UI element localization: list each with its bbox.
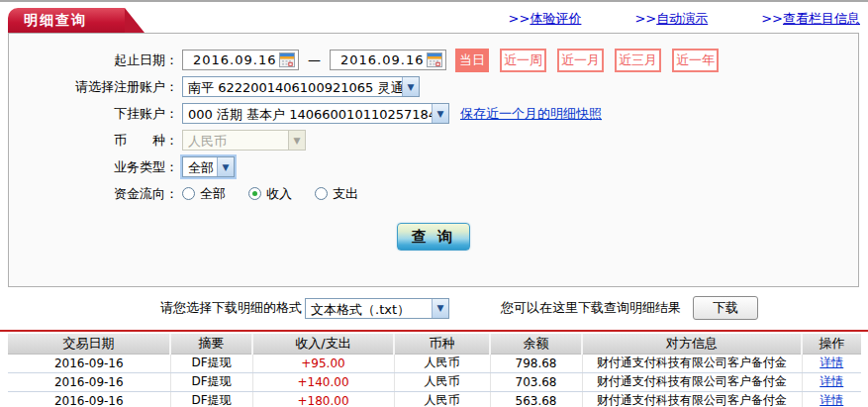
calendar-icon[interactable]: [279, 52, 295, 67]
cell-date: 2016-09-16: [8, 391, 170, 407]
cell-date: 2016-09-16: [8, 372, 170, 391]
query-form-panel: 起止日期： 2016.09.16 —: [8, 33, 859, 287]
account-row: 请选择注册账户： 南平 6222001406100921065 灵通卡 ▼: [9, 73, 858, 100]
table-header-row: 交易日期摘要收入/支出币种余额对方信息操作: [8, 334, 861, 354]
sub-account-label: 下挂账户：: [9, 105, 182, 123]
link-arrows: >>: [634, 11, 656, 26]
link-arrows: >>: [509, 11, 530, 26]
cell-currency: 人民币: [394, 391, 490, 407]
chevron-down-icon[interactable]: ▼: [402, 77, 419, 96]
table-header-cell: 收入/支出: [252, 334, 394, 354]
account-select[interactable]: 南平 6222001406100921065 灵通卡 ▼: [182, 76, 420, 97]
date-to-value: 2016.09.16: [340, 52, 424, 67]
quick-date-button[interactable]: 近三月: [615, 49, 661, 72]
cell-summary: DF提现: [170, 372, 252, 391]
date-range-label: 起止日期：: [9, 51, 182, 69]
table-row: 2016-09-16DF提现+95.00人民币798.68财付通支付科技有限公司…: [8, 354, 861, 372]
download-button[interactable]: 下载: [693, 296, 758, 320]
chevron-down-icon[interactable]: ▼: [432, 299, 448, 318]
table-header-cell: 摘要: [170, 334, 252, 354]
cell-balance: 703.68: [490, 372, 582, 391]
table-header-cell: 对方信息: [582, 334, 802, 354]
flow-label: 资金流向：: [9, 185, 182, 203]
save-snapshot-link[interactable]: 保存近一个月的明细快照: [460, 105, 602, 123]
radio-icon: [248, 187, 261, 200]
detail-link[interactable]: 详情: [820, 356, 843, 369]
radio-icon: [182, 187, 195, 200]
date-from-input[interactable]: 2016.09.16: [182, 50, 299, 70]
chevron-down-icon: ▼: [288, 131, 305, 150]
radio-icon: [315, 187, 328, 200]
sub-account-selected-value: 000 活期 基本户 1406600101102571848: [183, 104, 432, 123]
table-row: 2016-09-16DF提现+140.00人民币703.68财付通支付科技有限公…: [8, 372, 861, 391]
currency-select: 人民币 ▼: [182, 130, 306, 151]
detail-link[interactable]: 详情: [820, 374, 843, 388]
top-link[interactable]: >>查看栏目信息: [761, 10, 860, 28]
cell-balance: 563.68: [490, 391, 582, 407]
top-link[interactable]: >>体验评价: [509, 10, 582, 28]
download-hint: 您可以在这里下载查询明细结果: [501, 299, 681, 317]
date-from-value: 2016.09.16: [193, 52, 276, 67]
table-header-cell: 余额: [490, 334, 582, 354]
quick-date-button[interactable]: 近一年: [672, 49, 719, 72]
download-format-label: 请您选择下载明细的格式: [160, 299, 302, 317]
download-format-select[interactable]: 文本格式（.txt） ▼: [305, 298, 449, 319]
account-selected-value: 南平 6222001406100921065 灵通卡: [183, 77, 402, 96]
biz-type-row: 业务类型： 全部 ▼: [9, 153, 858, 180]
biz-type-label: 业务类型：: [9, 158, 182, 176]
download-row: 请您选择下载明细的格式 文本格式（.txt） ▼ 您可以在这里下载查询明细结果 …: [0, 296, 868, 320]
chevron-down-icon[interactable]: ▼: [432, 104, 448, 123]
table-header-cell: 操作: [802, 334, 861, 354]
cell-amount: +180.00: [252, 391, 394, 407]
quick-date-button[interactable]: 当日: [455, 49, 489, 72]
query-button[interactable]: 查 询: [397, 223, 470, 251]
cell-summary: DF提现: [170, 391, 252, 407]
detail-query-page: 明细查询 >>体验评价 >>自动演示 >>查看栏目信息 起止日期： 2016.0…: [0, 0, 868, 407]
cell-amount: +140.00: [252, 372, 394, 391]
calendar-icon[interactable]: [427, 52, 442, 67]
cell-date: 2016-09-16: [8, 354, 170, 372]
cell-counterparty: 财付通支付科技有限公司客户备付金: [582, 354, 802, 372]
cell-balance: 798.68: [490, 354, 582, 372]
quick-date-buttons: 当日 近一周 近一月 近三月 近一年: [446, 49, 719, 72]
detail-link[interactable]: 详情: [820, 393, 843, 407]
chevron-down-icon[interactable]: ▼: [217, 157, 234, 176]
flow-radio[interactable]: 支出: [315, 185, 358, 203]
cell-action: 详情: [802, 354, 861, 372]
flow-radio[interactable]: 收入: [248, 185, 292, 203]
quick-date-button[interactable]: 近一月: [557, 49, 604, 72]
table-header-cell: 币种: [394, 334, 490, 354]
query-button-row: 查 询: [9, 223, 858, 251]
table-header-cell: 交易日期: [8, 334, 170, 354]
download-format-value: 文本格式（.txt）: [306, 299, 432, 318]
flow-radio[interactable]: 全部: [182, 185, 226, 203]
top-links: >>体验评价 >>自动演示 >>查看栏目信息: [455, 10, 860, 28]
date-separator: —: [308, 52, 321, 67]
sub-account-select[interactable]: 000 活期 基本户 1406600101102571848 ▼: [182, 103, 449, 124]
cell-currency: 人民币: [394, 372, 490, 391]
page-header: 明细查询 >>体验评价 >>自动演示 >>查看栏目信息: [0, 2, 868, 33]
cell-amount: +95.00: [252, 354, 394, 372]
tab-label: 明细查询: [24, 12, 87, 28]
cell-currency: 人民币: [394, 354, 490, 372]
date-to-input[interactable]: 2016.09.16: [330, 50, 446, 70]
cell-counterparty: 财付通支付科技有限公司客户备付金: [582, 391, 802, 407]
results-table: 交易日期摘要收入/支出币种余额对方信息操作 2016-09-16DF提现+95.…: [8, 334, 861, 407]
top-link[interactable]: >>自动演示: [634, 10, 708, 28]
radio-label: 支出: [333, 185, 358, 203]
quick-date-button[interactable]: 近一周: [500, 49, 546, 72]
currency-label: 币 种：: [9, 132, 182, 150]
top-link-label: 自动演示: [656, 11, 708, 26]
link-arrows: >>: [761, 11, 783, 26]
top-link-label: 查看栏目信息: [783, 11, 860, 26]
cell-summary: DF提现: [170, 354, 252, 372]
red-divider: [0, 330, 868, 332]
biz-type-selected-value: 全部: [183, 157, 217, 176]
currency-selected-value: 人民币: [183, 131, 288, 150]
tab-detail-query[interactable]: 明细查询: [8, 8, 125, 33]
radio-label: 收入: [266, 185, 292, 203]
flow-row: 资金流向： 全部 收入 支出: [9, 180, 858, 207]
currency-row: 币 种： 人民币 ▼: [9, 127, 858, 153]
cell-action: 详情: [802, 391, 861, 407]
biz-type-select[interactable]: 全部 ▼: [182, 156, 235, 177]
